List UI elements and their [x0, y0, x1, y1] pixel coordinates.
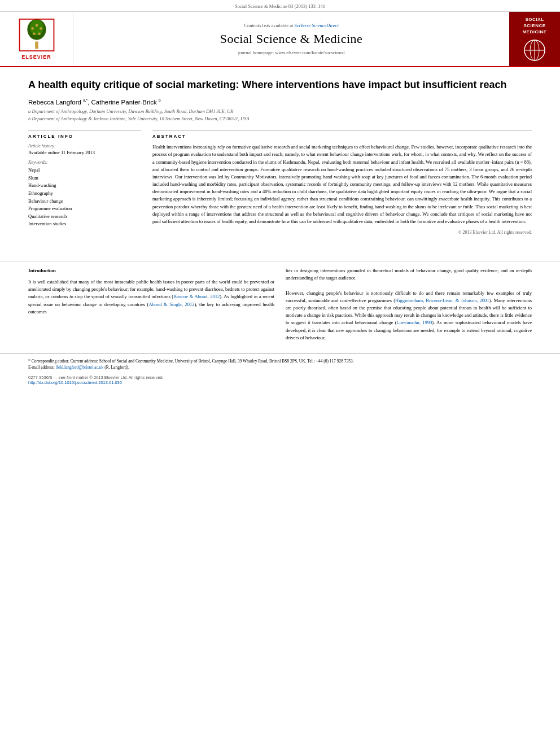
cover-line1: SOCIAL	[525, 17, 544, 22]
journal-title-box: Contents lists available at SciVerse Sci…	[73, 12, 509, 66]
introduction-heading: Introduction	[28, 267, 274, 275]
affiliation-a: a Department of Anthropology, Durham Uni…	[28, 108, 532, 115]
keywords-label: Keywords:	[28, 160, 141, 165]
svg-point-5	[40, 27, 42, 30]
affiliation-b: b Department of Anthropology & Jackson I…	[28, 115, 532, 123]
body-text-cols: Introduction It is well established that…	[0, 267, 560, 342]
citation-loevinsohn[interactable]: Loevinsohn, 1990	[397, 320, 432, 325]
intro-right-text-2: However, changing people's behaviour is …	[286, 290, 532, 342]
article-info-abstract: ARTICLE INFO Article history: Available …	[28, 130, 532, 235]
abstract-col: ABSTRACT Health interventions increasing…	[152, 130, 532, 235]
footnote-corresponding: * Corresponding author. Current address:…	[28, 358, 532, 364]
author-rebecca: Rebecca Langford a,*,	[28, 99, 89, 106]
citation-aboud[interactable]: Aboud & Singla, 2012	[148, 302, 194, 307]
keyword-programme: Programme evaluation	[28, 205, 141, 213]
svg-rect-0	[35, 41, 38, 49]
journal-cover-box: SOCIAL SCIENCE MEDICINE	[509, 12, 560, 66]
journal-header: ELSEVIER Contents lists available at Sci…	[0, 12, 560, 67]
copyright-line: © 2013 Elsevier Ltd. All rights reserved…	[152, 230, 532, 235]
sciverse-link[interactable]: SciVerse ScienceDirect	[294, 23, 338, 28]
school-text: School	[99, 359, 111, 364]
body-col-left: Introduction It is well established that…	[28, 267, 274, 342]
journal-reference-bar: Social Science & Medicine 83 (2013) 133–…	[0, 0, 560, 12]
bottom-bar: 0277-9536/$ — see front matter © 2013 El…	[0, 373, 560, 387]
author-catherine: Catherine Panter-Brick b	[91, 99, 161, 106]
article-title: A health equity critique of social marke…	[28, 78, 532, 91]
doi-text: http://dx.doi.org/10.1016/j.socscimed.20…	[28, 380, 532, 385]
authors: Rebecca Langford a,*, Catherine Panter-B…	[28, 98, 532, 106]
cover-line2: SCIENCE	[523, 23, 545, 28]
svg-point-4	[35, 24, 38, 27]
cover-text: SOCIAL SCIENCE MEDICINE	[522, 16, 546, 36]
sciverse-line: Contents lists available at SciVerse Sci…	[244, 23, 339, 28]
citation-briscoe[interactable]: Briscoe & Aboud, 2012	[173, 294, 220, 299]
cover-journal-icon	[523, 39, 546, 62]
keyword-qualitative: Qualitative research	[28, 213, 141, 221]
journal-homepage: journal homepage: www.elsevier.com/locat…	[238, 50, 345, 55]
email-link[interactable]: lleki.langford@bristol.ac.uk	[56, 365, 104, 370]
journal-name: Social Science & Medicine	[220, 32, 363, 46]
svg-point-3	[31, 27, 34, 30]
cover-line3: MEDICINE	[522, 29, 546, 34]
keyword-handwashing: Hand-washing	[28, 182, 141, 190]
svg-point-7	[38, 32, 41, 35]
article-info-label: ARTICLE INFO	[28, 134, 141, 139]
homepage-text: journal homepage: www.elsevier.com/locat…	[238, 50, 345, 55]
affiliations: a Department of Anthropology, Durham Uni…	[28, 108, 532, 123]
history-value: Available online 11 February 2013	[28, 150, 141, 155]
history-label: Article history:	[28, 143, 141, 148]
keyword-intervention: Intervention studies	[28, 220, 141, 228]
keyword-behaviour: Behaviour change	[28, 198, 141, 206]
keyword-nepal: Nepal	[28, 167, 141, 174]
elsevier-label: ELSEVIER	[21, 54, 51, 60]
keyword-ethnography: Ethnography	[28, 190, 141, 198]
journal-reference-text: Social Science & Medicine 83 (2013) 133–…	[235, 3, 325, 9]
article-info-col: ARTICLE INFO Article history: Available …	[28, 130, 141, 235]
doi-link[interactable]: http://dx.doi.org/10.1016/j.socscimed.20…	[28, 380, 122, 385]
divider	[0, 261, 560, 261]
intro-left-text: It is well established that many of the …	[28, 278, 274, 316]
footnote-area: * Corresponding author. Current address:…	[0, 353, 560, 373]
intro-right-text: lies in designing interventions grounded…	[286, 267, 532, 282]
abstract-text: Health interventions increasingly rely o…	[152, 143, 532, 225]
citation-higginbotham[interactable]: Higginbotham, Briceno-Leon, & Johnson, 2…	[395, 298, 489, 303]
body-col-right: lies in designing interventions grounded…	[286, 267, 532, 342]
abstract-label: ABSTRACT	[152, 134, 532, 139]
keyword-slum: Slum	[28, 174, 141, 182]
elsevier-logo-box: ELSEVIER	[0, 12, 73, 66]
issn-text: 0277-9536/$ — see front matter © 2013 El…	[28, 375, 532, 380]
svg-point-6	[33, 32, 36, 35]
footnote-email: E-mail address: lleki.langford@bristol.a…	[28, 364, 532, 370]
elsevier-tree-icon	[17, 18, 56, 52]
article-body: A health equity critique of social marke…	[0, 67, 560, 256]
page: Social Science & Medicine 83 (2013) 133–…	[0, 0, 560, 387]
